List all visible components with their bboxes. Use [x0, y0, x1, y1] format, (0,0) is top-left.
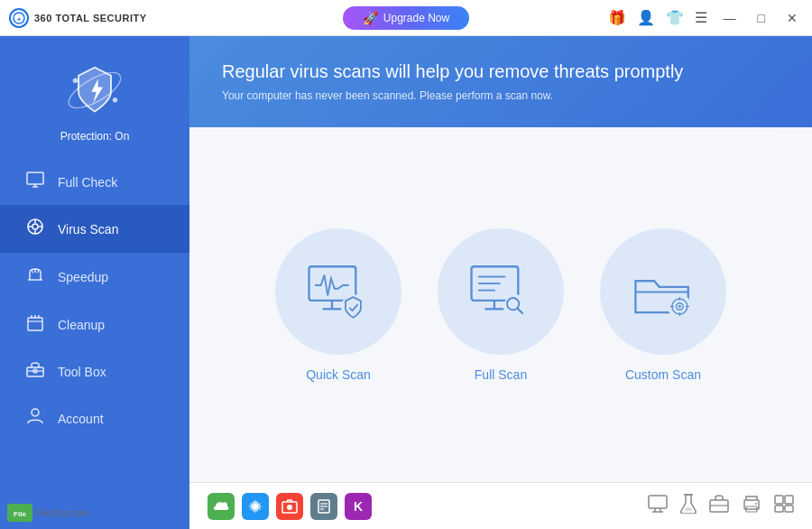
svg-point-61 — [685, 507, 692, 511]
svg-line-17 — [38, 270, 40, 274]
quick-scan-label: Quick Scan — [306, 367, 371, 382]
bottom-app-notes[interactable] — [310, 493, 337, 520]
header-subtitle: Your computer has never been scanned. Pl… — [222, 89, 780, 102]
svg-text:File: File — [14, 510, 26, 518]
quick-scan-card[interactable]: Quick Scan — [275, 228, 401, 382]
quick-scan-circle — [275, 228, 401, 355]
gift-icon[interactable]: 🎁 — [608, 9, 626, 26]
svg-point-66 — [755, 503, 757, 505]
full-scan-circle — [438, 228, 564, 355]
svg-rect-69 — [775, 506, 783, 512]
svg-point-26 — [32, 409, 39, 416]
svg-rect-56 — [649, 496, 667, 508]
titlebar-right: 🎁 👤 👕 ☰ — □ ✕ — [604, 9, 803, 27]
protection-status: Protection: On — [60, 130, 130, 143]
tshirt-icon[interactable]: 👕 — [666, 9, 684, 26]
sidebar-item-full-check[interactable]: Full Check — [0, 159, 189, 205]
svg-rect-25 — [33, 369, 37, 373]
watermark-text: FileOur.com — [36, 507, 89, 518]
bottom-tool-printer[interactable] — [742, 495, 761, 517]
full-check-icon — [25, 172, 45, 192]
sidebar-item-speedup[interactable]: Speedup — [0, 253, 189, 301]
svg-rect-70 — [785, 506, 793, 512]
shield-icon — [62, 58, 127, 123]
full-check-label: Full Check — [58, 175, 117, 190]
close-button[interactable]: ✕ — [781, 9, 803, 27]
svg-point-44 — [678, 305, 681, 308]
custom-scan-label: Custom Scan — [625, 367, 701, 382]
app-logo: + 360 TOTAL SECURITY — [9, 8, 208, 28]
sidebar: Protection: On Full Check — [0, 36, 189, 529]
sidebar-logo-area: Protection: On — [60, 36, 130, 159]
bottom-app-settings[interactable] — [242, 493, 269, 520]
user-icon[interactable]: 👤 — [637, 9, 655, 26]
speedup-icon — [25, 265, 45, 288]
bottom-tools — [648, 494, 794, 518]
full-scan-card[interactable]: Full Scan — [438, 228, 564, 382]
bottom-tool-briefcase[interactable] — [709, 495, 729, 517]
sidebar-item-cleanup[interactable]: Cleanup — [0, 301, 189, 348]
virus-scan-label: Virus Scan — [58, 222, 118, 237]
bottom-tool-dashboard[interactable] — [774, 495, 794, 517]
logo-text: 360 TOTAL SECURITY — [34, 13, 147, 23]
svg-point-4 — [113, 97, 117, 102]
content-area: Regular virus scans will help you remove… — [189, 36, 812, 529]
custom-scan-circle — [600, 228, 726, 355]
svg-point-51 — [287, 505, 292, 510]
virus-scan-icon — [25, 218, 45, 240]
svg-rect-68 — [785, 496, 793, 504]
menu-icon[interactable]: ☰ — [695, 9, 707, 26]
main-layout: Protection: On Full Check — [0, 36, 812, 529]
svg-rect-67 — [775, 496, 783, 504]
toolbox-icon — [25, 361, 45, 382]
speedup-label: Speedup — [58, 270, 108, 284]
sidebar-item-account[interactable]: Account — [0, 394, 189, 442]
scan-options: Quick Scan — [189, 127, 812, 482]
maximize-button[interactable]: □ — [752, 9, 770, 27]
bottom-tool-monitor[interactable] — [648, 495, 668, 517]
sidebar-nav: Full Check Virus Scan — [0, 159, 189, 442]
svg-line-16 — [32, 270, 33, 274]
svg-rect-18 — [28, 318, 42, 330]
titlebar: + 360 TOTAL SECURITY 🚀 Upgrade Now 🎁 👤 👕… — [0, 0, 812, 36]
minimize-button[interactable]: — — [718, 9, 742, 27]
bottom-bar: K — [189, 482, 812, 529]
svg-rect-5 — [27, 172, 43, 184]
upgrade-button[interactable]: 🚀 Upgrade Now — [343, 6, 469, 30]
cleanup-icon — [25, 313, 45, 336]
bottom-apps: K — [208, 493, 372, 520]
rocket-icon: 🚀 — [363, 11, 378, 25]
header-title: Regular virus scans will help you remove… — [222, 61, 780, 82]
sidebar-item-virus-scan[interactable]: Virus Scan — [0, 205, 189, 253]
account-label: Account — [58, 412, 104, 426]
content-header: Regular virus scans will help you remove… — [189, 36, 812, 127]
sidebar-item-toolbox[interactable]: Tool Box — [0, 348, 189, 394]
svg-text:+: + — [17, 15, 22, 23]
titlebar-center: 🚀 Upgrade Now — [208, 6, 604, 30]
bottom-app-photo[interactable] — [276, 493, 303, 520]
bottom-tool-flask[interactable] — [680, 494, 697, 518]
full-scan-label: Full Scan — [475, 367, 527, 382]
bottom-app-cloud[interactable] — [208, 493, 235, 520]
watermark: File FileOur.com — [7, 504, 89, 522]
custom-scan-card[interactable]: Custom Scan — [600, 228, 726, 382]
svg-point-3 — [73, 79, 78, 83]
cleanup-label: Cleanup — [58, 318, 105, 332]
svg-point-9 — [32, 224, 38, 229]
logo-icon: + — [9, 8, 29, 28]
account-icon — [25, 407, 45, 430]
bottom-app-k[interactable]: K — [345, 493, 372, 520]
toolbox-label: Tool Box — [58, 365, 106, 379]
